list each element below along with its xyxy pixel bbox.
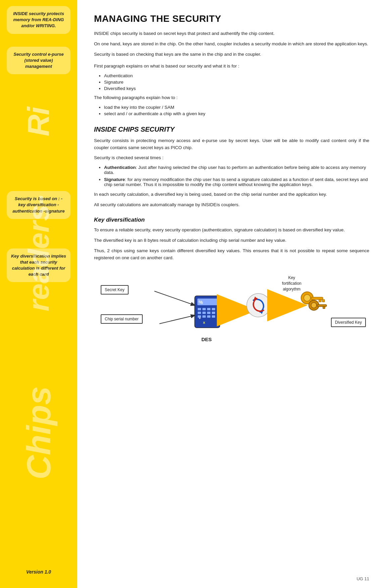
svg-marker-20 bbox=[260, 310, 263, 314]
svg-rect-29 bbox=[317, 305, 327, 307]
bullet-1-0: Authentication bbox=[104, 73, 369, 78]
bullet-2-1: select and / or authenticate a chip with… bbox=[104, 111, 369, 116]
des-label: DES bbox=[201, 336, 212, 342]
svg-point-28 bbox=[311, 303, 317, 308]
main-content: MANAGING THE SECURITY INSIDE chips secur… bbox=[77, 0, 386, 588]
diagram-area: Secret Key Chip serial number Keyfortifi… bbox=[94, 272, 369, 346]
bullets-1: Authentication Signature Diversified key… bbox=[104, 73, 369, 91]
sig-label: Signature bbox=[104, 177, 125, 182]
page-title: MANAGING THE SECURITY bbox=[94, 13, 369, 24]
sub1-p3: Thus, 2 chips using same keys contain di… bbox=[94, 247, 369, 262]
key-fort-text: Keyfortificationalgorythm bbox=[282, 275, 301, 291]
svg-text:x: x bbox=[203, 320, 205, 324]
svg-rect-7 bbox=[207, 308, 210, 310]
sidebar-card-1-text: INSIDE security protects memory from REA… bbox=[13, 11, 64, 28]
svg-rect-6 bbox=[202, 308, 206, 310]
sidebar-card-2-text: Security control e-purse (stored value) … bbox=[13, 52, 64, 69]
svg-rect-10 bbox=[202, 312, 206, 314]
intro-p1: INSIDE chips security is based on secret… bbox=[94, 30, 369, 37]
first-para-intro: First paragraph explains on what is base… bbox=[94, 63, 369, 70]
sig-text: : for any memory modification the chip u… bbox=[104, 177, 368, 187]
bullet-1-2: Diversified keys bbox=[104, 86, 369, 91]
svg-marker-21 bbox=[253, 297, 257, 300]
sidebar-card-3-text: Security is based on : - key diversifica… bbox=[12, 196, 64, 213]
diagram-svg: % + x bbox=[94, 272, 369, 346]
auth-text: : Just after having selected the chip us… bbox=[104, 165, 366, 175]
intro-p2: On one hand, keys are stored in the chip… bbox=[94, 41, 369, 48]
svg-rect-11 bbox=[207, 312, 210, 314]
svg-rect-5 bbox=[198, 308, 201, 310]
svg-rect-24 bbox=[311, 297, 323, 300]
auth-sig-list: Authentication: Just after having select… bbox=[104, 165, 369, 187]
diversified-key-box: Diversified Key bbox=[331, 318, 366, 327]
sidebar: INSIDE security protects memory from REA… bbox=[0, 0, 77, 588]
chip-serial-box: Chip serial number bbox=[101, 314, 143, 324]
svg-rect-16 bbox=[212, 315, 215, 318]
sidebar-card-4: Key diversification implies that each se… bbox=[7, 248, 70, 282]
diversified-key-label: Diversified Key bbox=[335, 320, 362, 325]
svg-rect-8 bbox=[212, 308, 215, 310]
intro-p3: Security is based on checking that keys … bbox=[94, 51, 369, 58]
sidebar-card-4-text: Key diversification implies that each se… bbox=[11, 254, 66, 277]
svg-rect-13 bbox=[198, 315, 201, 318]
bullets-2: load the key into the coupler / SAM sele… bbox=[104, 105, 369, 116]
svg-rect-12 bbox=[212, 312, 215, 314]
svg-point-22 bbox=[301, 292, 313, 304]
svg-rect-3 bbox=[197, 299, 217, 305]
section1-title: INSIDE CHIPS SECURITY bbox=[94, 126, 369, 133]
subsection1-title: Key diversification bbox=[94, 217, 369, 223]
svg-rect-30 bbox=[323, 307, 325, 309]
sidebar-big-ri: Ri bbox=[21, 107, 56, 136]
section1-p1: Security consists in protecting memory a… bbox=[94, 137, 369, 151]
footer-ug: UG 11 bbox=[356, 576, 369, 581]
auth-item: Authentication: Just after having select… bbox=[104, 165, 369, 175]
bullet-2-0: load the key into the coupler / SAM bbox=[104, 105, 369, 110]
svg-rect-15 bbox=[207, 315, 210, 318]
sidebar-version: Version 1.0 bbox=[0, 569, 77, 575]
section1-p4: All security calculations are automatica… bbox=[94, 201, 369, 209]
svg-point-23 bbox=[304, 295, 310, 301]
svg-rect-25 bbox=[319, 300, 321, 302]
second-para-intro: The following paragraphs explain how to … bbox=[94, 94, 369, 101]
sidebar-big-chips: Chips bbox=[19, 386, 58, 480]
sidebar-card-2: Security control e-purse (stored value) … bbox=[7, 47, 70, 75]
svg-point-27 bbox=[309, 300, 319, 310]
bullet-1-1: Signature bbox=[104, 80, 369, 85]
section1-p3: In each security calculation, a diversif… bbox=[94, 191, 369, 198]
svg-text:+: + bbox=[199, 316, 201, 320]
svg-rect-26 bbox=[322, 300, 325, 302]
sidebar-card-3: Security is based on : - key diversifica… bbox=[7, 191, 70, 219]
secret-key-box: Secret Key bbox=[101, 285, 129, 295]
auth-label: Authentication bbox=[104, 165, 136, 170]
svg-text:%: % bbox=[199, 300, 203, 305]
sidebar-card-1: INSIDE security protects memory from REA… bbox=[7, 6, 70, 34]
svg-rect-2 bbox=[195, 296, 220, 328]
svg-rect-14 bbox=[202, 315, 206, 318]
svg-point-19 bbox=[247, 293, 270, 317]
key-fort-label: Keyfortificationalgorythm bbox=[282, 275, 301, 292]
sub1-p2: The diversified key is an 8 bytes result… bbox=[94, 237, 369, 244]
sig-item: Signature: for any memory modification t… bbox=[104, 177, 369, 187]
sub1-p1: To ensure a reliable security, every sec… bbox=[94, 227, 369, 234]
chip-serial-label: Chip serial number bbox=[105, 317, 139, 321]
section1-p2: Security is checked several times : bbox=[94, 154, 369, 162]
svg-rect-9 bbox=[198, 312, 201, 314]
secret-key-label: Secret Key bbox=[105, 287, 125, 292]
